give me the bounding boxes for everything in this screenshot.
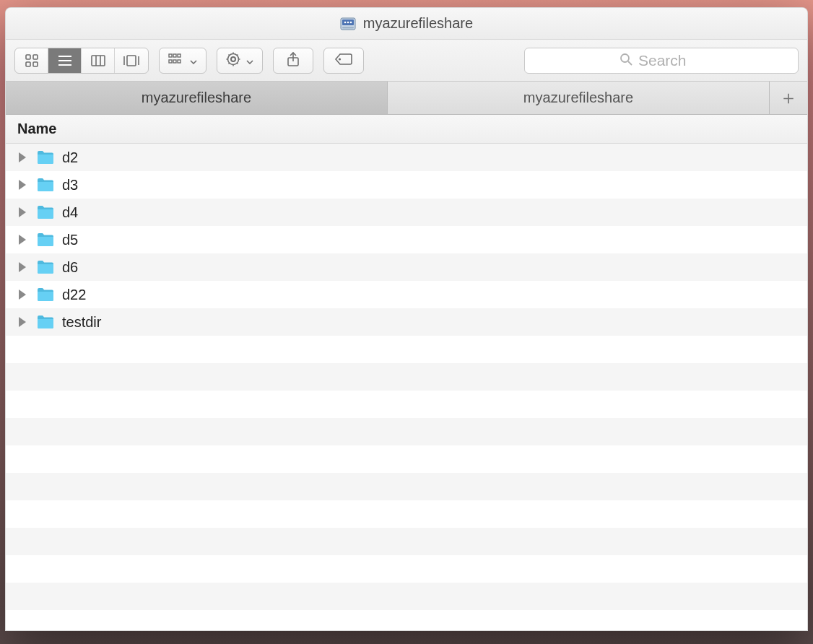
plus-icon: ＋: [779, 85, 798, 110]
disclosure-triangle-icon[interactable]: [19, 235, 26, 245]
item-name: d22: [62, 287, 86, 303]
list-item[interactable]: d3: [6, 171, 807, 199]
action-button[interactable]: [217, 48, 263, 74]
folder-icon: [36, 287, 55, 303]
folder-icon: [36, 149, 55, 165]
tab-label: myazurefileshare: [142, 90, 251, 106]
folder-icon: [36, 177, 55, 193]
empty-row: [6, 336, 807, 363]
item-name: d5: [62, 232, 78, 248]
search-field[interactable]: [524, 48, 799, 74]
item-name: testdir: [62, 314, 101, 331]
network-share-icon: [340, 17, 356, 30]
svg-point-3: [347, 21, 349, 23]
titlebar[interactable]: myazurefileshare: [6, 8, 807, 40]
svg-rect-24: [178, 60, 181, 63]
disclosure-triangle-icon[interactable]: [19, 152, 26, 162]
disclosure-triangle-icon[interactable]: [19, 180, 26, 190]
disclosure-triangle-icon[interactable]: [19, 207, 26, 217]
list-item[interactable]: d6: [6, 253, 807, 281]
svg-rect-7: [33, 55, 38, 59]
svg-rect-8: [26, 62, 30, 66]
folder-icon: [36, 259, 55, 275]
empty-row: [6, 583, 807, 610]
tab-0[interactable]: myazurefileshare: [6, 82, 388, 114]
svg-rect-5: [342, 27, 354, 29]
svg-rect-6: [26, 55, 30, 59]
share-button[interactable]: [273, 48, 313, 74]
disclosure-triangle-icon[interactable]: [19, 317, 26, 327]
tab-1[interactable]: myazurefileshare: [388, 82, 770, 114]
empty-row: [6, 473, 807, 500]
view-mode-list[interactable]: [48, 48, 82, 73]
folder-icon: [36, 314, 55, 330]
chevron-down-icon: [246, 54, 253, 67]
item-name: d6: [62, 259, 78, 276]
tab-bar: myazurefileshare myazurefileshare ＋: [6, 82, 807, 115]
gear-icon: [226, 52, 240, 69]
tab-label: myazurefileshare: [523, 90, 633, 106]
window-title: myazurefileshare: [363, 15, 473, 32]
column-name: Name: [17, 121, 56, 137]
folder-icon: [36, 232, 55, 248]
list-item[interactable]: d4: [6, 199, 807, 226]
svg-rect-13: [92, 56, 105, 66]
svg-point-36: [621, 54, 629, 62]
view-mode-column[interactable]: [82, 48, 115, 73]
view-mode-group: [14, 48, 149, 74]
item-name: d2: [62, 149, 78, 166]
svg-line-37: [628, 61, 632, 65]
tag-icon: [334, 53, 353, 69]
svg-rect-23: [173, 60, 176, 63]
list-item[interactable]: d22: [6, 281, 807, 308]
folder-icon: [36, 204, 55, 220]
empty-row: [6, 418, 807, 445]
svg-rect-17: [127, 56, 136, 66]
list-item[interactable]: d2: [6, 144, 807, 171]
column-header[interactable]: Name: [6, 115, 807, 144]
svg-rect-21: [178, 54, 181, 57]
list-item[interactable]: testdir: [6, 308, 807, 336]
empty-row: [6, 391, 807, 418]
disclosure-triangle-icon[interactable]: [19, 290, 26, 300]
svg-rect-22: [169, 60, 172, 63]
search-input[interactable]: [638, 52, 703, 69]
item-name: d3: [62, 177, 78, 193]
view-mode-coverflow[interactable]: [115, 48, 148, 73]
empty-row: [6, 555, 807, 583]
svg-rect-20: [173, 54, 176, 57]
empty-row: [6, 500, 807, 528]
tags-button[interactable]: [323, 48, 364, 74]
toolbar: [6, 40, 807, 82]
svg-rect-19: [169, 54, 172, 57]
share-icon: [287, 51, 300, 70]
svg-point-2: [344, 21, 347, 23]
svg-point-4: [350, 21, 352, 23]
item-name: d4: [62, 204, 78, 221]
view-mode-icon[interactable]: [15, 48, 48, 73]
svg-rect-9: [33, 62, 38, 66]
arrange-icon: [168, 53, 184, 68]
empty-row: [6, 528, 807, 555]
chevron-down-icon: [190, 54, 197, 67]
file-list[interactable]: d2 d3 d4 d5 d6: [6, 144, 807, 630]
finder-window: myazurefileshare: [5, 7, 808, 631]
empty-row: [6, 445, 807, 473]
svg-point-35: [339, 58, 341, 60]
empty-row: [6, 363, 807, 391]
new-tab-button[interactable]: ＋: [770, 82, 807, 114]
search-icon: [619, 52, 632, 69]
arrange-button[interactable]: [159, 48, 206, 74]
disclosure-triangle-icon[interactable]: [19, 262, 26, 272]
list-item[interactable]: d5: [6, 226, 807, 253]
